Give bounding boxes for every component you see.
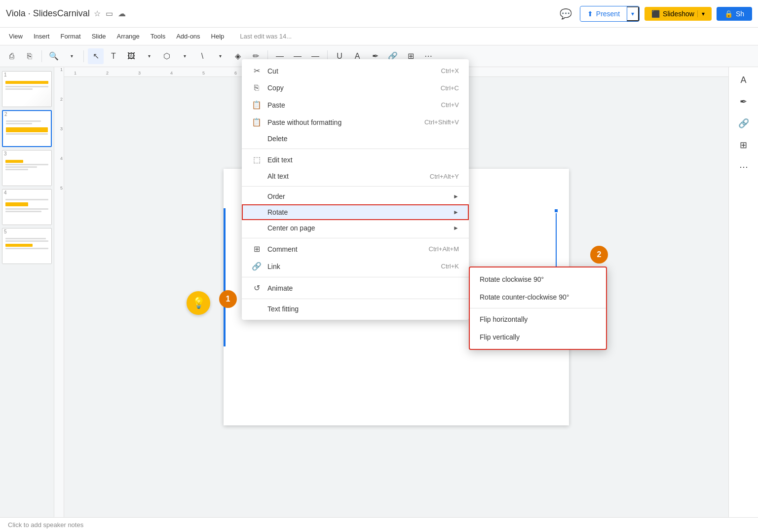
menu-insert[interactable]: Insert — [29, 31, 55, 42]
paste-no-format-icon: 📋 — [252, 117, 262, 127]
cm-delete-label: Delete — [267, 135, 459, 143]
order-arrow-icon: ► — [453, 193, 459, 200]
right-panel-link[interactable]: 🔗 — [735, 114, 753, 132]
toolbar-shape[interactable]: ⬡ — [159, 48, 175, 64]
toolbar-image[interactable]: 🖼 — [123, 48, 139, 64]
toolbar-line[interactable]: \ — [194, 48, 210, 64]
slide-thumb-img-1 — [2, 78, 51, 107]
edit-text-icon: ⬚ — [252, 155, 262, 164]
toolbar-cursor[interactable]: ↖ — [88, 48, 104, 64]
folder-icon[interactable]: ▭ — [106, 9, 113, 18]
toolbar-sep1 — [41, 50, 42, 62]
star-icon[interactable]: ☆ — [94, 9, 101, 18]
cloud-icon[interactable]: ☁ — [118, 9, 126, 18]
menu-bar: View Insert Format Slide Arrange Tools A… — [0, 28, 758, 45]
cm-paste-no-format[interactable]: 📋 Paste without formatting Ctrl+Shift+V — [242, 114, 469, 131]
right-panel-grid[interactable]: ⊞ — [735, 136, 753, 154]
share-label: Sh — [736, 10, 744, 18]
share-button[interactable]: 🔒 Sh — [717, 7, 752, 21]
cm-paste-no-format-label: Paste without formatting — [267, 118, 418, 126]
lock-icon: 🔒 — [724, 10, 733, 18]
toolbar-shape-arrow[interactable]: ▾ — [177, 48, 192, 64]
cm-cut-shortcut: Ctrl+X — [441, 67, 459, 75]
toolbar-line-arrow[interactable]: ▾ — [212, 48, 228, 64]
app-title: Viola · SlidesCarnival — [6, 8, 90, 19]
present-dropdown-button[interactable]: ▾ — [627, 6, 639, 21]
cm-comment[interactable]: ⊞ Comment Ctrl+Alt+M — [242, 240, 469, 258]
menu-arrange[interactable]: Arrange — [112, 31, 145, 42]
cm-center-on-page[interactable]: Center on page ► — [242, 220, 469, 236]
cm-paste-no-format-shortcut: Ctrl+Shift+V — [424, 118, 459, 126]
right-panel-more[interactable]: ⋯ — [735, 158, 753, 176]
cm-order[interactable]: Order ► — [242, 189, 469, 204]
right-panel-btn1[interactable]: A — [735, 71, 753, 89]
slide-num-1: 1 — [2, 72, 51, 78]
cm-sep3 — [242, 238, 469, 238]
toolbar-print[interactable]: ⎙ — [4, 48, 20, 64]
ruler-vertical: 1 2 3 4 5 — [54, 67, 64, 517]
sm-flip-h[interactable]: Flip horizontally — [470, 310, 606, 328]
slide-thumb-5[interactable]: 5 — [2, 228, 52, 264]
menu-help[interactable]: Help — [206, 31, 229, 42]
toolbar-copy-format[interactable]: ⎘ — [22, 48, 38, 64]
slide-thumb-1[interactable]: 1 — [2, 71, 52, 107]
slide-num-5: 5 — [2, 228, 51, 235]
cm-paste[interactable]: 📋 Paste Ctrl+V — [242, 96, 469, 114]
slideshow-button[interactable]: ⬛ Slideshow ▾ — [644, 7, 712, 21]
badge-1: 1 — [219, 290, 237, 308]
slide-thumb-img-3 — [2, 157, 51, 186]
cm-paste-shortcut: Ctrl+V — [441, 101, 459, 109]
toolbar-zoom-arrow[interactable]: ▾ — [64, 48, 79, 64]
lightbulb-icon[interactable]: 💡 — [187, 291, 210, 315]
present-button-group: ⬆ Present ▾ — [580, 6, 640, 22]
animate-icon: ↺ — [252, 283, 262, 293]
cm-cut[interactable]: ✂ Cut Ctrl+X — [242, 62, 469, 79]
center-arrow-icon: ► — [453, 225, 459, 231]
sm-rotate-ccw[interactable]: Rotate counter-clockwise 90° — [470, 288, 606, 306]
cm-animate-label: Animate — [267, 284, 459, 292]
slide-thumb-2[interactable]: 2 — [2, 110, 52, 147]
notes-placeholder[interactable]: Click to add speaker notes — [8, 521, 83, 529]
present-main-button[interactable]: ⬆ Present — [580, 7, 627, 21]
present-icon: ⬆ — [587, 10, 593, 18]
toolbar-textbox[interactable]: T — [106, 48, 121, 64]
menu-view[interactable]: View — [4, 31, 28, 42]
cm-edit-text-label: Edit text — [267, 156, 459, 164]
cm-animate[interactable]: ↺ Animate — [242, 279, 469, 297]
right-panel-btn2[interactable]: ✒ — [735, 93, 753, 111]
present-label: Present — [596, 10, 620, 18]
cm-copy[interactable]: ⎘ Copy Ctrl+C — [242, 79, 469, 96]
cm-alt-text[interactable]: Alt text Ctrl+Alt+Y — [242, 168, 469, 184]
cm-delete[interactable]: Delete — [242, 131, 469, 147]
toolbar-image-arrow[interactable]: ▾ — [141, 48, 157, 64]
slide-thumb-4[interactable]: 4 — [2, 189, 52, 225]
slideshow-icon: ⬛ — [651, 10, 660, 18]
cm-order-label: Order — [267, 192, 447, 200]
menu-addons[interactable]: Add-ons — [171, 31, 205, 42]
cm-text-fitting[interactable]: Text fitting — [242, 301, 469, 317]
handle-line — [556, 213, 557, 275]
sm-flip-v[interactable]: Flip vertically — [470, 328, 606, 346]
cm-cut-label: Cut — [267, 67, 435, 75]
slide-thumb-3[interactable]: 3 — [2, 150, 52, 186]
cm-paste-label: Paste — [267, 101, 435, 109]
slide-thumb-img-5 — [2, 235, 51, 264]
menu-format[interactable]: Format — [55, 31, 85, 42]
sm-sep1 — [470, 308, 606, 308]
cm-link-label: Link — [267, 263, 435, 270]
badge-2: 2 — [590, 246, 608, 264]
cm-text-fitting-label: Text fitting — [267, 305, 459, 313]
cm-edit-text[interactable]: ⬚ Edit text — [242, 151, 469, 168]
menu-tools[interactable]: Tools — [146, 31, 170, 42]
cm-link[interactable]: 🔗 Link Ctrl+K — [242, 258, 469, 275]
slide-panel: 1 2 3 — [0, 67, 54, 517]
toolbar-zoom[interactable]: 🔍 — [46, 48, 62, 64]
slide-num-3: 3 — [2, 151, 51, 157]
handle-top[interactable] — [554, 208, 559, 213]
comment-button[interactable]: 💬 — [557, 5, 575, 23]
menu-slide[interactable]: Slide — [87, 31, 111, 42]
cm-comment-shortcut: Ctrl+Alt+M — [429, 245, 459, 253]
toolbar-sep2 — [83, 50, 84, 62]
sm-rotate-cw[interactable]: Rotate clockwise 90° — [470, 270, 606, 288]
cm-rotate[interactable]: Rotate ► — [242, 204, 469, 220]
